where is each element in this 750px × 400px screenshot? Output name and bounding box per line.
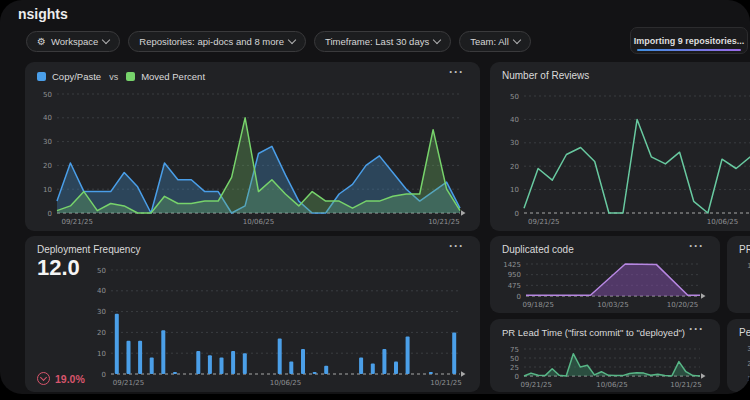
moved-percent-swatch [126,72,135,81]
arrow-down-circle-icon [37,372,50,385]
deployment-frequency-chart: 0102030405009/21/2510/06/2510/21/25 [85,262,472,388]
deployment-big-number: 12.0 [37,255,80,281]
timeframe-filter-label: Timeframe: Last 30 days [325,36,429,47]
panel-title: Deployment Frequency [37,244,140,255]
svg-text:50: 50 [97,267,106,275]
svg-text:09/21/25: 09/21/25 [113,379,144,387]
panel-title: Duplicated code [502,244,574,255]
svg-text:40: 40 [97,287,106,295]
svg-text:30: 30 [43,138,52,146]
duplicated-code-panel: Duplicated code ··· 0475950142509/18/251… [490,236,720,313]
insights-window: nsights ⚙ Workspace Repositories: api-do… [0,0,750,394]
import-status-card[interactable]: Importing 9 repositories... [630,27,748,54]
svg-text:10: 10 [97,350,106,358]
svg-text:09/21/25: 09/21/25 [61,218,92,226]
copy-paste-vs-moved-chart: 0102030405009/21/2510/06/2510/21/25 [31,86,472,227]
team-filter-label: Team: All [470,36,509,47]
panel-title: Per [739,327,750,338]
svg-text:10/03/25: 10/03/25 [597,301,628,309]
svg-text:50: 50 [43,91,52,99]
panel-title: PR [739,244,750,255]
import-progress-bar [637,49,741,51]
partial-pr-panel: PR 1 [727,236,750,313]
chevron-down-icon [513,36,521,44]
panel-title: PR Lead Time ("first commit" to "deploye… [502,327,685,338]
page-title: nsights [18,6,68,22]
svg-text:10/20/25: 10/20/25 [667,301,698,309]
svg-text:0: 0 [515,373,519,381]
pr-lead-time-panel: PR Lead Time ("first commit" to "deploye… [490,319,720,392]
panel-menu-button[interactable]: ··· [683,238,710,254]
partial-per-panel: Per 3 2 1 [727,319,750,392]
svg-text:30: 30 [510,139,519,147]
deployment-frequency-panel: Deployment Frequency ··· 12.0 0102030405… [25,236,480,392]
tick-label: 2 [737,360,750,367]
tick-label: 1 [737,262,750,269]
repositories-filter-label: Repositories: api-docs and 8 more [139,36,284,47]
chart-legend: Copy/Paste vs Moved Percent [37,71,205,82]
svg-text:09/21/25: 09/21/25 [528,218,559,226]
svg-text:20: 20 [510,163,519,171]
repositories-filter[interactable]: Repositories: api-docs and 8 more [128,31,306,52]
copy-paste-vs-moved-panel: Copy/Paste vs Moved Percent ··· 01020304… [25,62,480,231]
svg-text:10/06/25: 10/06/25 [270,379,301,387]
svg-text:475: 475 [508,282,521,290]
number-of-reviews-chart: 0102030405009/21/2510/06/2510/21/25 [498,88,750,227]
svg-text:10: 10 [510,186,519,194]
timeframe-filter[interactable]: Timeframe: Last 30 days [314,31,451,52]
tick-label: 3 [737,345,750,352]
workspace-filter-label: Workspace [51,36,98,47]
svg-text:09/21/25: 09/21/25 [521,381,552,389]
moved-percent-legend-label: Moved Percent [141,71,205,82]
svg-text:950: 950 [508,271,521,279]
pr-lead-time-chart: 025507509/21/2510/06/2510/21/25 [498,341,712,390]
svg-text:10/21/25: 10/21/25 [670,381,701,389]
panel-title: Number of Reviews [502,70,589,81]
filter-bar: ⚙ Workspace Repositories: api-docs and 8… [26,31,531,52]
svg-text:30: 30 [97,308,106,316]
svg-text:10/06/25: 10/06/25 [596,381,627,389]
svg-text:75: 75 [510,346,519,354]
svg-text:50: 50 [510,93,519,101]
panel-menu-button[interactable]: ··· [443,64,470,80]
axis-tick-labels: 1 [737,262,750,269]
panel-menu-button[interactable]: ··· [443,238,470,254]
number-of-reviews-panel: Number of Reviews 0102030405009/21/2510/… [490,62,750,231]
svg-text:0: 0 [515,210,519,218]
svg-text:20: 20 [97,329,106,337]
svg-text:1425: 1425 [503,261,521,269]
workspace-gear-icon: ⚙ [37,37,46,47]
duplicated-code-chart: 0475950142509/18/2510/03/2510/20/25 [498,256,712,310]
vs-label: vs [109,72,118,82]
import-status-label: Importing 9 repositories... [634,36,745,46]
svg-text:20: 20 [43,162,52,170]
panel-menu-button[interactable]: ··· [683,321,710,337]
workspace-filter[interactable]: ⚙ Workspace [26,31,120,52]
svg-text:0: 0 [517,293,521,301]
svg-text:10/06/25: 10/06/25 [243,218,274,226]
svg-text:40: 40 [510,116,519,124]
deployment-delta-value: 19.0% [55,373,85,385]
svg-text:10/06/25: 10/06/25 [707,218,738,226]
chevron-down-icon [102,36,110,44]
svg-text:50: 50 [510,355,519,363]
svg-text:40: 40 [43,114,52,122]
svg-text:25: 25 [510,364,519,372]
svg-text:0: 0 [48,210,52,218]
deployment-delta-badge: 19.0% [37,372,85,385]
copy-paste-legend-label: Copy/Paste [52,71,101,82]
svg-text:0: 0 [102,371,106,379]
svg-text:10: 10 [43,186,52,194]
svg-text:10/21/25: 10/21/25 [430,379,461,387]
tick-label: 1 [737,375,750,382]
svg-text:10/21/25: 10/21/25 [428,218,459,226]
copy-paste-swatch [37,72,46,81]
svg-text:09/18/25: 09/18/25 [522,301,553,309]
chevron-down-icon [433,36,441,44]
team-filter[interactable]: Team: All [459,31,531,52]
chevron-down-icon [288,36,296,44]
axis-tick-labels: 3 2 1 [737,345,750,382]
